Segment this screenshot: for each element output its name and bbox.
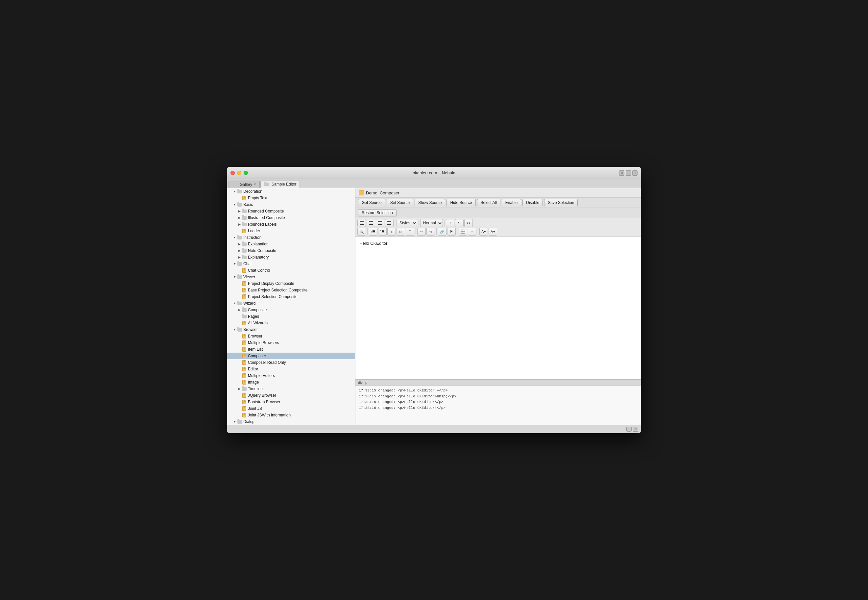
sidebar-item-image[interactable]: Image xyxy=(227,379,355,386)
status-tag-div: div xyxy=(358,380,363,385)
link-button[interactable]: 🔗 xyxy=(438,228,446,235)
undo-button[interactable]: ↩ xyxy=(417,228,426,235)
tab-gallery[interactable]: Gallery ✕ xyxy=(228,180,260,188)
align-left-button[interactable] xyxy=(357,219,366,227)
sidebar-item-joint-js-with-info[interactable]: Joint JSWith Information xyxy=(227,412,355,418)
sidebar-item-base-project-selection[interactable]: Base Project Selection Composite xyxy=(227,287,355,293)
expand-viewer[interactable]: ▼ xyxy=(233,275,237,279)
flag-button[interactable]: ⚑ xyxy=(447,228,456,235)
sidebar-item-composer[interactable]: Composer xyxy=(227,353,355,359)
indent-increase-button[interactable]: ▷ xyxy=(396,228,405,235)
expand-basic[interactable]: ▼ xyxy=(233,202,237,207)
sidebar-item-basic[interactable]: ▼ Basic xyxy=(227,202,355,208)
sidebar-item-timeline[interactable]: ▶ Timeline xyxy=(227,386,355,392)
minimize-button[interactable] xyxy=(237,171,241,175)
sidebar-item-bootstrap-browser[interactable]: Bootstrap Browser xyxy=(227,398,355,405)
sidebar-item-empty-text[interactable]: Empty Text xyxy=(227,195,355,202)
set-source-button[interactable]: Set Source xyxy=(387,199,413,206)
explanation-icon xyxy=(242,241,247,247)
select-all-button[interactable]: Select All xyxy=(477,199,501,206)
sidebar-item-explanatory[interactable]: ▶ Explanatory xyxy=(227,254,355,261)
close-button[interactable] xyxy=(230,171,235,175)
sidebar-item-multiple-browsers[interactable]: Multiple Browsers xyxy=(227,339,355,346)
expand-dialog[interactable]: ▼ xyxy=(233,420,237,424)
wizard-folder-icon xyxy=(237,301,242,306)
sidebar-item-composer-read-only[interactable]: Composer Read Only xyxy=(227,359,355,366)
sidebar-item-wizard[interactable]: ▼ Wizard xyxy=(227,300,355,307)
maximize-button[interactable] xyxy=(243,171,248,175)
sidebar-item-dialog[interactable]: ▼ Dialog xyxy=(227,418,355,425)
sidebar-item-jquery-browser[interactable]: JQuery Browser xyxy=(227,392,355,398)
bottom-minimize-button[interactable]: ─ xyxy=(626,427,632,432)
pages-folder-icon xyxy=(242,314,247,319)
sidebar-item-rounded-labels[interactable]: ▶ Rounded Labels xyxy=(227,221,355,228)
font-color-button[interactable]: A▾ xyxy=(479,228,488,235)
editor-area[interactable]: Hello CKEditor! xyxy=(355,237,641,379)
strikethrough-button[interactable]: S xyxy=(455,219,464,227)
hide-source-button[interactable]: Hide Source xyxy=(446,199,475,206)
expand-wizard[interactable]: ▼ xyxy=(233,301,237,306)
sidebar-item-item-list[interactable]: Item List xyxy=(227,346,355,353)
sidebar-item-illustrated-composite[interactable]: ▶ Illustrated Composite xyxy=(227,214,355,221)
hr-button[interactable]: ─ xyxy=(468,228,476,235)
save-selection-button[interactable]: Save Selection xyxy=(544,199,578,206)
titlebar-restore-icon[interactable]: □ xyxy=(632,170,638,176)
sidebar-item-decoration[interactable]: ▼ Decoration xyxy=(227,188,355,195)
sidebar-item-loader[interactable]: Loader xyxy=(227,228,355,234)
indent-decrease-button[interactable]: ◁ xyxy=(387,228,396,235)
svg-rect-0 xyxy=(360,221,364,222)
sidebar-item-chat-control[interactable]: Chat Control xyxy=(227,267,355,274)
expand-chat[interactable]: ▼ xyxy=(233,262,237,266)
redo-button[interactable]: ↪ xyxy=(426,228,435,235)
log-area: 17:38:15 changed: <p>Hello CKEditor –</p… xyxy=(355,386,641,425)
ordered-list-button[interactable]: 1 xyxy=(369,228,377,235)
search-button[interactable]: 🔍 xyxy=(357,228,366,235)
status-bar: div p xyxy=(355,379,641,386)
source-button[interactable]: <> xyxy=(464,219,473,227)
styles-select[interactable]: Styles xyxy=(396,219,417,227)
tab-sample-editor[interactable]: Sample Editor xyxy=(260,180,300,188)
tab-gallery-close[interactable]: ✕ xyxy=(254,183,256,186)
sidebar-item-multiple-editors[interactable]: Multiple Editors xyxy=(227,372,355,379)
sidebar-item-viewer[interactable]: ▼ Viewer xyxy=(227,274,355,280)
expand-decoration[interactable]: ▼ xyxy=(233,189,237,194)
restore-selection-button[interactable]: Restore Selection xyxy=(358,209,396,217)
expand-browser[interactable]: ▼ xyxy=(233,327,237,332)
sidebar-item-browser-group[interactable]: ▼ Browser xyxy=(227,326,355,333)
show-source-button[interactable]: Show Source xyxy=(414,199,445,206)
sidebar-item-instruction[interactable]: ▼ Instruction xyxy=(227,234,355,241)
sidebar-item-rounded-composite[interactable]: ▶ Rounded Composite xyxy=(227,208,355,214)
titlebar-minimize-icon[interactable]: ─ xyxy=(626,170,631,176)
expand-instruction[interactable]: ▼ xyxy=(233,235,237,240)
sidebar-item-project-selection[interactable]: Project Selection Composite xyxy=(227,293,355,300)
justify-button[interactable] xyxy=(385,219,393,227)
bottom-restore-button[interactable]: □ xyxy=(633,427,638,432)
svg-rect-11 xyxy=(387,224,391,225)
titlebar-settings-icon[interactable]: ⚙ xyxy=(619,170,625,176)
highlight-button[interactable]: A▾ xyxy=(488,228,497,235)
sidebar-item-note-composite[interactable]: ▶ Note Composite xyxy=(227,247,355,254)
enable-button[interactable]: Enable xyxy=(502,199,521,206)
align-right-button[interactable] xyxy=(376,219,384,227)
sidebar-item-pages[interactable]: Pages xyxy=(227,313,355,320)
right-panel: Demo: Composer Get Source Set Source Sho… xyxy=(355,188,641,425)
table-button[interactable] xyxy=(459,228,467,235)
separator-5 xyxy=(416,228,416,235)
sidebar-item-explanation[interactable]: ▶ Explanation xyxy=(227,241,355,247)
get-source-button[interactable]: Get Source xyxy=(358,199,386,206)
sidebar-item-all-wizards[interactable]: All Wizards xyxy=(227,320,355,326)
sidebar-item-joint-js[interactable]: Joint JS xyxy=(227,405,355,412)
disable-button[interactable]: Disable xyxy=(522,199,543,206)
sidebar-item-project-display[interactable]: Project Display Composite xyxy=(227,280,355,287)
tab-bar: Gallery ✕ Sample Editor xyxy=(227,179,641,188)
italic-button[interactable]: I xyxy=(446,219,454,227)
sidebar-item-editor[interactable]: Editor xyxy=(227,366,355,372)
sidebar-item-chat[interactable]: ▼ Chat xyxy=(227,261,355,267)
panel-header-icon xyxy=(359,190,364,195)
sidebar-item-browser[interactable]: Browser xyxy=(227,333,355,339)
unordered-list-button[interactable] xyxy=(378,228,387,235)
blockquote-button[interactable]: " xyxy=(406,228,414,235)
align-center-button[interactable] xyxy=(367,219,375,227)
sidebar-item-composite[interactable]: ▶ Composite xyxy=(227,307,355,313)
format-select[interactable]: Normal xyxy=(420,219,443,227)
